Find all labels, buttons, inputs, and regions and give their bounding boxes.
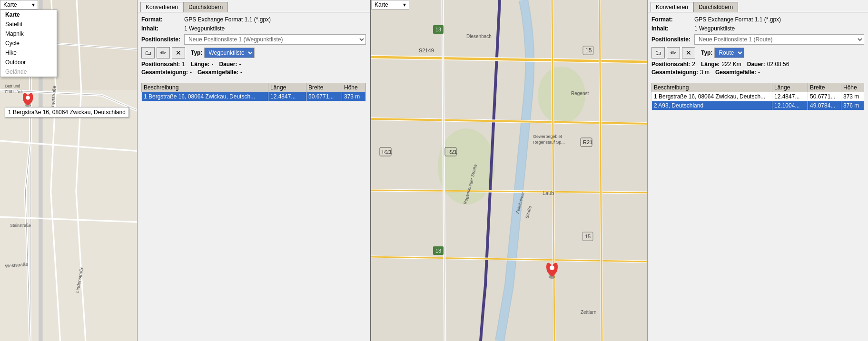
right-laenge-label: Länge:: [701, 61, 720, 68]
left-tab-konvertieren[interactable]: Konvertieren: [140, 2, 183, 12]
left-table-header: Beschreibung Länge Breite Höhe: [142, 83, 366, 92]
left-map-option-karte[interactable]: Karte: [0, 10, 57, 19]
left-positionsliste-dropdown[interactable]: Neue Positionsliste 1 (Wegpunktliste): [184, 34, 366, 45]
right-map: Karte ▾: [371, 0, 647, 341]
left-map-dropdown-arrow: ▾: [32, 1, 35, 8]
svg-text:R21: R21: [447, 149, 457, 155]
left-stats-row1: Positionszahl: 1 Länge: - Dauer: -: [141, 61, 366, 68]
right-dauer-label: Dauer:: [747, 61, 765, 68]
left-dauer-label: Dauer:: [219, 61, 237, 68]
delete-icon: ✕: [176, 49, 181, 57]
right-row1-breite: 50.6771...: [808, 92, 841, 101]
svg-point-14: [26, 96, 30, 100]
left-col-breite: Breite: [306, 83, 342, 92]
right-positionsliste-dropdown[interactable]: Neue Positionsliste 1 (Route): [694, 34, 864, 45]
left-delete-button[interactable]: ✕: [172, 47, 185, 58]
right-map-dropdown-button[interactable]: Karte ▾: [371, 0, 409, 10]
table-row[interactable]: 1 Bergstraße 16, 08064 Zwickau, Deutsch.…: [652, 92, 864, 101]
left-map-option-satellit[interactable]: Satellit: [0, 19, 57, 29]
right-positionsliste-label: Positionsliste:: [651, 36, 694, 43]
svg-text:Regenstauf Sp...: Regenstauf Sp...: [533, 140, 565, 145]
table-row[interactable]: 2 A93, Deutschland 12.1004... 49.0784...…: [652, 101, 864, 110]
right-col-hoehe: Höhe: [841, 83, 864, 92]
left-col-laenge: Länge: [268, 83, 306, 92]
left-map-option-hike[interactable]: Hike: [0, 48, 57, 58]
left-map-option-gelande: Gelände: [0, 67, 57, 77]
left-table-body: 1 Bergstraße 16, 08064 Zwickau, Deutsch.…: [142, 92, 366, 101]
left-map-tooltip: 1 Bergstraße 16, 08064 Zwickau, Deutschl…: [5, 107, 129, 117]
svg-text:15: 15: [585, 234, 591, 239]
right-positionszahl-item: Positionszahl: 2: [651, 61, 695, 68]
right-laenge-item: Länge: 222 Km: [701, 61, 741, 68]
right-sidebar-panel: Konvertieren Durchstöbern Format: GPS Ex…: [647, 0, 868, 341]
left-panel-content: Format: GPS Exchange Format 1.1 (*.gpx) …: [138, 12, 370, 81]
edit-icon: ✏: [160, 49, 166, 57]
right-panel-content: Format: GPS Exchange Format 1.1 (*.gpx) …: [648, 12, 868, 81]
right-dauer-item: Dauer: 02:08:56: [747, 61, 789, 68]
table-row[interactable]: 1 Bergstraße 16, 08064 Zwickau, Deutsch.…: [142, 92, 366, 101]
right-table-header-row: Beschreibung Länge Breite Höhe: [652, 83, 864, 92]
left-row1-laenge: 12.4847...: [268, 92, 306, 101]
right-gesamtgefaelle-label: Gesamtgefälle:: [715, 69, 756, 76]
left-map-dropdown-button[interactable]: Karte ▾: [0, 0, 38, 10]
svg-text:13: 13: [435, 27, 441, 32]
left-sidebar-panel: Konvertieren Durchstöbern Format: GPS Ex…: [137, 0, 370, 341]
left-edit-button[interactable]: ✏: [157, 47, 170, 58]
right-positionsliste-row: Positionsliste: Neue Positionsliste 1 (R…: [651, 34, 864, 45]
right-col-laenge: Länge: [772, 83, 808, 92]
right-gesamtgefaelle-item: Gesamtgefälle: -: [715, 69, 760, 76]
left-map-option-cycle[interactable]: Cycle: [0, 39, 57, 48]
left-positionszahl-label: Positionszahl:: [141, 61, 180, 68]
left-gesamtgefaelle-label: Gesamtgefälle:: [197, 69, 238, 76]
right-inhalt-label: Inhalt:: [651, 25, 694, 32]
right-controls-row: 🗂 ✏ ✕ Typ: Route: [651, 47, 864, 58]
right-col-breite: Breite: [808, 83, 841, 92]
left-format-row: Format: GPS Exchange Format 1.1 (*.gpx): [141, 16, 366, 23]
right-map-dropdown-label: Karte: [375, 1, 388, 8]
left-map-option-outdoor[interactable]: Outdoor: [0, 58, 57, 67]
right-panel-tabs: Konvertieren Durchstöbern: [648, 0, 868, 12]
right-row2-laenge: 12.1004...: [772, 101, 808, 110]
right-folder-icon: 🗂: [655, 49, 661, 57]
right-table-container: Beschreibung Länge Breite Höhe 1 Bergstr…: [648, 83, 868, 341]
svg-text:Zeitlarn: Zeitlarn: [581, 310, 596, 315]
tooltip-text: 1 Bergstraße 16, 08064 Zwickau, Deutschl…: [8, 109, 126, 116]
svg-text:R21: R21: [382, 149, 392, 155]
left-data-table: Beschreibung Länge Breite Höhe 1 Bergstr…: [141, 83, 366, 101]
left-col-beschreibung: Beschreibung: [142, 83, 268, 92]
left-tab-durchstobern[interactable]: Durchstöbern: [183, 2, 228, 12]
right-folder-button[interactable]: 🗂: [651, 47, 665, 58]
right-row1-beschreibung: 1 Bergstraße 16, 08064 Zwickau, Deutsch.…: [652, 92, 772, 101]
right-typ-select[interactable]: Route: [714, 48, 744, 58]
folder-icon: 🗂: [145, 49, 151, 57]
right-map-svg: S2149 15 Diesenbach Regenst Gewerbegebie…: [371, 0, 647, 341]
left-positionsliste-row: Positionsliste: Neue Positionsliste 1 (W…: [141, 34, 366, 45]
left-row1-breite: 50.6771...: [306, 92, 342, 101]
left-typ-select[interactable]: Wegpunktliste: [204, 48, 255, 58]
left-map-dropdown-container: Karte ▾ Karte Satellit Mapnik Cycle Hike…: [0, 0, 38, 10]
svg-text:15: 15: [585, 47, 592, 54]
right-format-label: Format:: [651, 16, 694, 23]
left-table-container: Beschreibung Länge Breite Höhe 1 Bergstr…: [138, 83, 370, 341]
left-map: Karte ▾ Karte Satellit Mapnik Cycle Hike…: [0, 0, 137, 341]
left-map-option-mapnik[interactable]: Mapnik: [0, 29, 57, 39]
left-map-dropdown-label: Karte: [3, 1, 17, 8]
right-edit-icon: ✏: [671, 49, 676, 57]
right-tab-durchstobern[interactable]: Durchstöbern: [693, 2, 738, 12]
left-inhalt-row: Inhalt: 1 Wegpunktliste: [141, 25, 366, 32]
svg-text:Diesenbach: Diesenbach: [466, 34, 492, 39]
right-delete-icon: ✕: [686, 49, 691, 57]
left-controls-row: 🗂 ✏ ✕ Typ: Wegpunktliste: [141, 47, 366, 58]
right-stats-row1: Positionszahl: 2 Länge: 222 Km Dauer: 02…: [651, 61, 864, 68]
left-laenge-value: -: [211, 61, 213, 68]
right-tab-konvertieren[interactable]: Konvertieren: [651, 2, 693, 12]
svg-text:R21: R21: [583, 139, 592, 145]
right-edit-button[interactable]: ✏: [667, 47, 680, 58]
right-col-beschreibung: Beschreibung: [652, 83, 772, 92]
left-positionsliste-label: Positionsliste:: [141, 36, 184, 43]
right-delete-button[interactable]: ✕: [682, 47, 695, 58]
left-map-dropdown-menu: Karte Satellit Mapnik Cycle Hike Outdoor…: [0, 10, 57, 77]
svg-point-44: [550, 265, 554, 270]
right-map-dropdown-container: Karte ▾: [371, 0, 409, 10]
left-folder-button[interactable]: 🗂: [141, 47, 155, 58]
